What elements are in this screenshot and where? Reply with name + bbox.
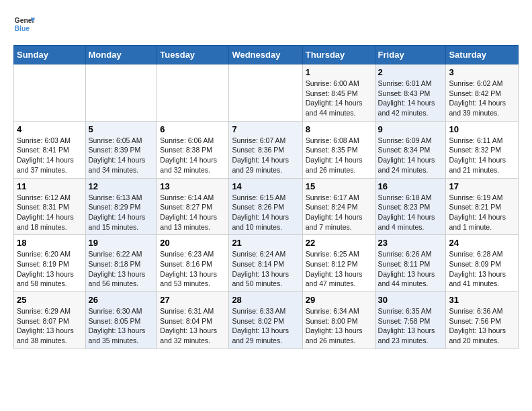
day-info: Sunrise: 6:08 AM Sunset: 8:35 PM Dayligh… bbox=[306, 136, 372, 175]
header-day-thursday: Thursday bbox=[302, 46, 375, 64]
day-info: Sunrise: 6:00 AM Sunset: 8:45 PM Dayligh… bbox=[306, 79, 372, 118]
calendar-cell: 13Sunrise: 6:14 AM Sunset: 8:27 PM Dayli… bbox=[157, 178, 229, 235]
calendar-week-3: 11Sunrise: 6:12 AM Sunset: 8:31 PM Dayli… bbox=[14, 178, 519, 235]
day-info: Sunrise: 6:28 AM Sunset: 8:09 PM Dayligh… bbox=[449, 249, 515, 289]
calendar-cell: 24Sunrise: 6:28 AM Sunset: 8:09 PM Dayli… bbox=[446, 235, 519, 292]
calendar-cell: 7Sunrise: 6:07 AM Sunset: 8:36 PM Daylig… bbox=[229, 121, 302, 178]
calendar-cell: 15Sunrise: 6:17 AM Sunset: 8:24 PM Dayli… bbox=[302, 178, 375, 235]
calendar-cell: 6Sunrise: 6:06 AM Sunset: 8:38 PM Daylig… bbox=[157, 121, 229, 178]
day-number: 26 bbox=[89, 295, 154, 305]
day-number: 16 bbox=[378, 181, 443, 191]
calendar-cell: 5Sunrise: 6:05 AM Sunset: 8:39 PM Daylig… bbox=[85, 121, 157, 178]
day-number: 6 bbox=[160, 124, 226, 134]
day-info: Sunrise: 6:31 AM Sunset: 8:04 PM Dayligh… bbox=[160, 306, 226, 346]
calendar-cell: 29Sunrise: 6:34 AM Sunset: 8:00 PM Dayli… bbox=[302, 292, 375, 349]
day-number: 28 bbox=[232, 295, 299, 305]
day-number: 30 bbox=[378, 295, 443, 305]
day-info: Sunrise: 6:15 AM Sunset: 8:26 PM Dayligh… bbox=[232, 193, 299, 232]
calendar-week-2: 4Sunrise: 6:03 AM Sunset: 8:41 PM Daylig… bbox=[14, 121, 519, 178]
day-number: 3 bbox=[449, 67, 515, 77]
day-info: Sunrise: 6:26 AM Sunset: 8:11 PM Dayligh… bbox=[378, 249, 443, 289]
calendar-cell: 30Sunrise: 6:35 AM Sunset: 7:58 PM Dayli… bbox=[375, 292, 446, 349]
day-number: 7 bbox=[232, 124, 299, 134]
day-info: Sunrise: 6:17 AM Sunset: 8:24 PM Dayligh… bbox=[306, 193, 372, 232]
day-info: Sunrise: 6:23 AM Sunset: 8:16 PM Dayligh… bbox=[160, 249, 226, 289]
day-number: 15 bbox=[306, 181, 372, 191]
calendar-cell bbox=[14, 64, 86, 122]
day-number: 18 bbox=[17, 238, 83, 248]
day-info: Sunrise: 6:02 AM Sunset: 8:42 PM Dayligh… bbox=[449, 79, 515, 118]
header-day-wednesday: Wednesday bbox=[229, 46, 302, 64]
day-number: 20 bbox=[160, 238, 226, 248]
calendar-cell: 16Sunrise: 6:18 AM Sunset: 8:23 PM Dayli… bbox=[375, 178, 446, 235]
calendar-cell bbox=[157, 64, 229, 122]
day-info: Sunrise: 6:11 AM Sunset: 8:32 PM Dayligh… bbox=[449, 136, 515, 175]
day-info: Sunrise: 6:33 AM Sunset: 8:02 PM Dayligh… bbox=[232, 306, 299, 346]
calendar-week-5: 25Sunrise: 6:29 AM Sunset: 8:07 PM Dayli… bbox=[14, 292, 519, 349]
day-info: Sunrise: 6:06 AM Sunset: 8:38 PM Dayligh… bbox=[160, 136, 226, 175]
day-number: 24 bbox=[449, 238, 515, 248]
calendar-cell: 17Sunrise: 6:19 AM Sunset: 8:21 PM Dayli… bbox=[446, 178, 519, 235]
calendar-cell: 8Sunrise: 6:08 AM Sunset: 8:35 PM Daylig… bbox=[302, 121, 375, 178]
header-day-friday: Friday bbox=[375, 46, 446, 64]
day-number: 17 bbox=[449, 181, 515, 191]
day-info: Sunrise: 6:05 AM Sunset: 8:39 PM Dayligh… bbox=[89, 136, 154, 175]
calendar-cell: 27Sunrise: 6:31 AM Sunset: 8:04 PM Dayli… bbox=[157, 292, 229, 349]
day-info: Sunrise: 6:25 AM Sunset: 8:12 PM Dayligh… bbox=[306, 249, 372, 289]
calendar-cell: 1Sunrise: 6:00 AM Sunset: 8:45 PM Daylig… bbox=[302, 64, 375, 122]
day-info: Sunrise: 6:36 AM Sunset: 7:56 PM Dayligh… bbox=[449, 306, 515, 346]
day-number: 31 bbox=[449, 295, 515, 305]
day-info: Sunrise: 6:18 AM Sunset: 8:23 PM Dayligh… bbox=[378, 193, 443, 232]
calendar-cell: 14Sunrise: 6:15 AM Sunset: 8:26 PM Dayli… bbox=[229, 178, 302, 235]
calendar-cell: 22Sunrise: 6:25 AM Sunset: 8:12 PM Dayli… bbox=[302, 235, 375, 292]
day-info: Sunrise: 6:12 AM Sunset: 8:31 PM Dayligh… bbox=[17, 193, 83, 232]
calendar-cell: 31Sunrise: 6:36 AM Sunset: 7:56 PM Dayli… bbox=[446, 292, 519, 349]
day-number: 19 bbox=[89, 238, 154, 248]
day-number: 14 bbox=[232, 181, 299, 191]
day-number: 9 bbox=[378, 124, 443, 134]
calendar-cell bbox=[229, 64, 302, 122]
day-info: Sunrise: 6:03 AM Sunset: 8:41 PM Dayligh… bbox=[17, 136, 83, 175]
day-info: Sunrise: 6:35 AM Sunset: 7:58 PM Dayligh… bbox=[378, 306, 443, 346]
calendar-week-1: 1Sunrise: 6:00 AM Sunset: 8:45 PM Daylig… bbox=[14, 64, 519, 122]
calendar-cell: 23Sunrise: 6:26 AM Sunset: 8:11 PM Dayli… bbox=[375, 235, 446, 292]
day-number: 1 bbox=[306, 67, 372, 77]
day-info: Sunrise: 6:14 AM Sunset: 8:27 PM Dayligh… bbox=[160, 193, 226, 232]
day-number: 13 bbox=[160, 181, 226, 191]
day-number: 29 bbox=[306, 295, 372, 305]
calendar-cell: 12Sunrise: 6:13 AM Sunset: 8:29 PM Dayli… bbox=[85, 178, 157, 235]
logo: General Blue bbox=[13, 13, 35, 35]
day-info: Sunrise: 6:01 AM Sunset: 8:43 PM Dayligh… bbox=[378, 79, 443, 118]
day-number: 11 bbox=[17, 181, 83, 191]
header-day-tuesday: Tuesday bbox=[157, 46, 229, 64]
day-info: Sunrise: 6:29 AM Sunset: 8:07 PM Dayligh… bbox=[17, 306, 83, 346]
calendar-cell: 11Sunrise: 6:12 AM Sunset: 8:31 PM Dayli… bbox=[14, 178, 86, 235]
calendar-cell: 3Sunrise: 6:02 AM Sunset: 8:42 PM Daylig… bbox=[446, 64, 519, 122]
calendar-cell: 28Sunrise: 6:33 AM Sunset: 8:02 PM Dayli… bbox=[229, 292, 302, 349]
header-day-sunday: Sunday bbox=[14, 46, 86, 64]
calendar-cell: 10Sunrise: 6:11 AM Sunset: 8:32 PM Dayli… bbox=[446, 121, 519, 178]
day-info: Sunrise: 6:09 AM Sunset: 8:34 PM Dayligh… bbox=[378, 136, 443, 175]
day-number: 12 bbox=[89, 181, 154, 191]
day-info: Sunrise: 6:07 AM Sunset: 8:36 PM Dayligh… bbox=[232, 136, 299, 175]
calendar-cell: 9Sunrise: 6:09 AM Sunset: 8:34 PM Daylig… bbox=[375, 121, 446, 178]
day-info: Sunrise: 6:13 AM Sunset: 8:29 PM Dayligh… bbox=[89, 193, 154, 232]
calendar-cell bbox=[85, 64, 157, 122]
day-info: Sunrise: 6:19 AM Sunset: 8:21 PM Dayligh… bbox=[449, 193, 515, 232]
day-number: 4 bbox=[17, 124, 83, 134]
day-number: 23 bbox=[378, 238, 443, 248]
day-number: 5 bbox=[89, 124, 154, 134]
calendar-cell: 19Sunrise: 6:22 AM Sunset: 8:18 PM Dayli… bbox=[85, 235, 157, 292]
day-info: Sunrise: 6:22 AM Sunset: 8:18 PM Dayligh… bbox=[89, 249, 154, 289]
day-info: Sunrise: 6:30 AM Sunset: 8:05 PM Dayligh… bbox=[89, 306, 154, 346]
day-number: 2 bbox=[378, 67, 443, 77]
day-number: 27 bbox=[160, 295, 226, 305]
calendar-cell: 18Sunrise: 6:20 AM Sunset: 8:19 PM Dayli… bbox=[14, 235, 86, 292]
header-day-monday: Monday bbox=[85, 46, 157, 64]
day-number: 8 bbox=[306, 124, 372, 134]
day-number: 21 bbox=[232, 238, 299, 248]
calendar-cell: 26Sunrise: 6:30 AM Sunset: 8:05 PM Dayli… bbox=[85, 292, 157, 349]
page-header: General Blue bbox=[13, 13, 519, 35]
calendar-table: SundayMondayTuesdayWednesdayThursdayFrid… bbox=[13, 45, 519, 349]
day-info: Sunrise: 6:24 AM Sunset: 8:14 PM Dayligh… bbox=[232, 249, 299, 289]
